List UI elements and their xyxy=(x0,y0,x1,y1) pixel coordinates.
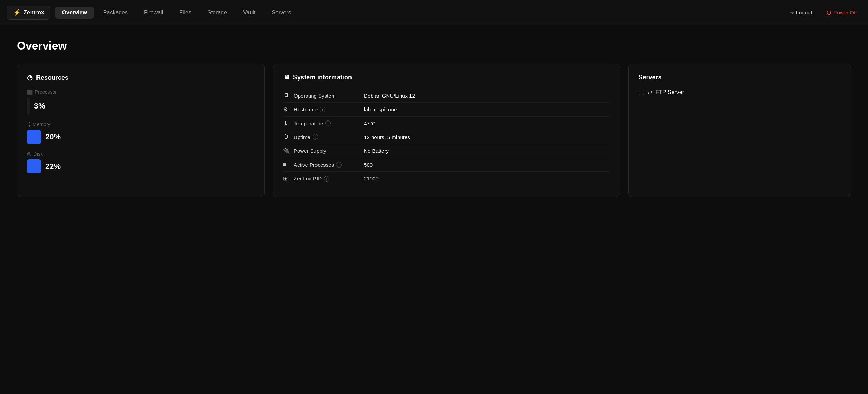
sysinfo-power-val: No Battery xyxy=(364,148,389,154)
sysinfo-temp-key: Temperature i xyxy=(294,120,364,126)
sysinfo-pid-icon: ⊞ xyxy=(283,175,294,182)
sysinfo-power-key: Power Supply xyxy=(294,148,364,154)
servers-card-header: Servers xyxy=(639,74,841,81)
memory-icon: ⣿ xyxy=(27,122,31,127)
server-item-ftp: ⇄ FTP Server xyxy=(639,89,841,96)
nav-item-overview[interactable]: Overview xyxy=(55,7,94,19)
navbar: ⚡ Zentrox Overview Packages Firewall Fil… xyxy=(0,0,868,25)
sysinfo-card: 🖥 System information 🖥 Operating System … xyxy=(273,64,620,197)
sysinfo-row-temperature: 🌡 Temperature i 47°C xyxy=(283,117,609,130)
sysinfo-uptime-key: Uptime i xyxy=(294,134,364,140)
sysinfo-pid-key: Zentrox PID i xyxy=(294,176,364,182)
memory-section: ⣿ Memory 20% xyxy=(27,122,254,144)
sysinfo-card-header: 🖥 System information xyxy=(283,74,609,81)
resources-title: Resources xyxy=(36,74,68,81)
page-title: Overview xyxy=(17,39,851,52)
processes-info-badge[interactable]: i xyxy=(336,162,342,168)
nav-item-firewall[interactable]: Firewall xyxy=(137,7,170,19)
sysinfo-hostname-val: lab_raspi_one xyxy=(364,106,397,112)
sysinfo-title: System information xyxy=(293,74,352,81)
processor-label: ⬛ Processor xyxy=(27,89,254,95)
processor-bar-track xyxy=(27,98,30,114)
disk-section: ◎ Disk 22% xyxy=(27,151,254,173)
processor-section: ⬛ Processor 3% xyxy=(27,89,254,114)
power-off-button[interactable]: ⏻ Power Off xyxy=(822,7,861,18)
processor-pct: 3% xyxy=(34,101,45,111)
disk-label: ◎ Disk xyxy=(27,151,254,157)
sysinfo-row-power: 🔌 Power Supply No Battery xyxy=(283,144,609,158)
sysinfo-os-key: Operating System xyxy=(294,93,364,99)
sysinfo-processes-icon: ≡ xyxy=(283,162,294,168)
sysinfo-processes-val: 500 xyxy=(364,162,373,168)
sysinfo-uptime-icon: ⏱ xyxy=(283,134,294,140)
processor-bar-fill xyxy=(27,114,30,114)
sysinfo-temp-icon: 🌡 xyxy=(283,120,294,126)
sysinfo-os-icon: 🖥 xyxy=(283,92,294,99)
sysinfo-os-val: Debian GNU/Linux 12 xyxy=(364,93,415,99)
sysinfo-pid-val: 21000 xyxy=(364,176,379,182)
nav-logo[interactable]: ⚡ Zentrox xyxy=(7,6,50,20)
nav-item-storage[interactable]: Storage xyxy=(200,7,234,19)
memory-pct: 20% xyxy=(45,132,61,142)
sysinfo-row-hostname: ⚙ Hostname i lab_raspi_one xyxy=(283,103,609,117)
sysinfo-hostname-key: Hostname i xyxy=(294,106,364,112)
cards-row: ◔ Resources ⬛ Processor 3% ⣿ xyxy=(17,64,851,197)
servers-title: Servers xyxy=(639,74,662,81)
pid-info-badge[interactable]: i xyxy=(324,176,329,182)
nav-item-servers[interactable]: Servers xyxy=(265,7,298,19)
processor-bar-row: 3% xyxy=(27,98,254,114)
sysinfo-row-os: 🖥 Operating System Debian GNU/Linux 12 xyxy=(283,89,609,103)
disk-bar-row: 22% xyxy=(27,159,254,173)
nav-item-vault[interactable]: Vault xyxy=(236,7,262,19)
resources-card: ◔ Resources ⬛ Processor 3% ⣿ xyxy=(17,64,265,197)
nav-right: ↪ Logout ⏻ Power Off xyxy=(785,7,861,18)
logo-label: Zentrox xyxy=(24,9,44,16)
sysinfo-icon: 🖥 xyxy=(283,74,289,81)
hostname-info-badge[interactable]: i xyxy=(320,107,325,112)
power-icon: ⏻ xyxy=(826,9,832,15)
sysinfo-processes-key: Active Processes i xyxy=(294,162,364,168)
temp-info-badge[interactable]: i xyxy=(325,120,331,126)
disk-bar-square xyxy=(27,159,41,173)
memory-bar-square xyxy=(27,130,41,144)
page-content: Overview ◔ Resources ⬛ Processor 3% xyxy=(0,25,868,211)
uptime-info-badge[interactable]: i xyxy=(313,134,318,140)
sysinfo-row-pid: ⊞ Zentrox PID i 21000 xyxy=(283,172,609,185)
sysinfo-hostname-icon: ⚙ xyxy=(283,106,294,113)
resources-icon: ◔ xyxy=(27,74,33,81)
sysinfo-uptime-val: 12 hours, 5 minutes xyxy=(364,134,410,140)
logo-icon: ⚡ xyxy=(13,9,21,17)
disk-pct: 22% xyxy=(45,162,61,171)
nav-item-packages[interactable]: Packages xyxy=(96,7,135,19)
sysinfo-power-icon: 🔌 xyxy=(283,147,294,154)
memory-label: ⣿ Memory xyxy=(27,122,254,127)
servers-card: Servers ⇄ FTP Server xyxy=(628,64,851,197)
memory-bar-row: 20% xyxy=(27,130,254,144)
logout-button[interactable]: ↪ Logout xyxy=(785,7,816,18)
ftp-server-checkbox[interactable] xyxy=(639,90,644,95)
sysinfo-temp-val: 47°C xyxy=(364,120,376,126)
disk-icon: ◎ xyxy=(27,151,31,157)
ftp-server-label: FTP Server xyxy=(656,89,685,96)
nav-item-files[interactable]: Files xyxy=(172,7,198,19)
logout-icon: ↪ xyxy=(789,9,794,16)
sysinfo-row-uptime: ⏱ Uptime i 12 hours, 5 minutes xyxy=(283,130,609,144)
resources-card-header: ◔ Resources xyxy=(27,74,254,81)
sysinfo-row-processes: ≡ Active Processes i 500 xyxy=(283,158,609,172)
processor-icon: ⬛ xyxy=(27,90,33,95)
ftp-server-icon: ⇄ xyxy=(648,89,652,96)
